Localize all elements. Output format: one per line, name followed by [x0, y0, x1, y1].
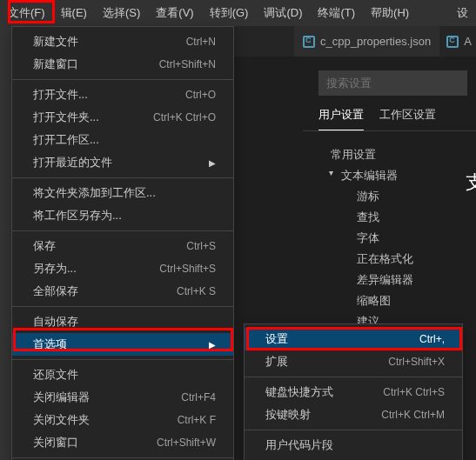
- menu-selection[interactable]: 选择(S): [95, 0, 148, 26]
- submenu-keyboard-shortcuts[interactable]: 键盘快捷方式Ctrl+K Ctrl+S: [245, 381, 462, 403]
- menu-file[interactable]: 文件(F): [0, 0, 53, 26]
- settings-tree: 常用设置 文本编辑器 游标 查找 字体 正在格式化 差异编辑器 缩略图 建议: [303, 132, 476, 332]
- menu-open-file[interactable]: 打开文件...Ctrl+O: [12, 83, 233, 106]
- menu-preferences[interactable]: 首选项▶: [12, 333, 233, 356]
- menu-go[interactable]: 转到(G): [202, 0, 257, 26]
- preferences-submenu: 设置Ctrl+, 扩展Ctrl+Shift+X 键盘快捷方式Ctrl+K Ctr…: [244, 323, 463, 460]
- menu-open-recent[interactable]: 打开最近的文件▶: [12, 151, 233, 174]
- chevron-right-icon: ▶: [209, 340, 216, 350]
- settings-tab-bar: 用户设置 工作区设置: [303, 100, 476, 131]
- menu-separator: [245, 377, 462, 377]
- tree-find[interactable]: 查找: [318, 207, 476, 228]
- menu-terminal[interactable]: 终端(T): [310, 0, 363, 26]
- tree-font[interactable]: 字体: [318, 228, 476, 249]
- menu-separator: [12, 359, 233, 360]
- menu-separator: [12, 306, 233, 307]
- editor-tab-other[interactable]: A: [439, 26, 476, 57]
- tree-minimap[interactable]: 缩略图: [318, 290, 476, 311]
- tree-formatting[interactable]: 正在格式化: [318, 249, 476, 270]
- tree-common[interactable]: 常用设置: [318, 144, 476, 165]
- menu-revert[interactable]: 还原文件: [12, 363, 233, 386]
- tree-diff[interactable]: 差异编辑器: [318, 270, 476, 290]
- tree-cursor[interactable]: 游标: [318, 186, 476, 207]
- editor-tab-label: c_cpp_properties.json: [320, 35, 431, 48]
- chevron-right-icon: ▶: [209, 158, 216, 168]
- settings-search: [303, 57, 476, 104]
- menu-settings-right[interactable]: 设: [449, 0, 476, 26]
- menu-view[interactable]: 查看(V): [148, 0, 201, 26]
- editor-tab-cppprops[interactable]: c_cpp_properties.json: [294, 26, 439, 57]
- c-file-icon: [303, 36, 315, 48]
- menu-add-folder[interactable]: 将文件夹添加到工作区...: [12, 182, 233, 204]
- submenu-snippets[interactable]: 用户代码片段: [245, 434, 462, 457]
- menu-debug[interactable]: 调试(D): [256, 0, 310, 26]
- menu-auto-save[interactable]: 自动保存: [12, 310, 233, 333]
- menu-edit[interactable]: 辑(E): [53, 0, 95, 26]
- submenu-extensions[interactable]: 扩展Ctrl+Shift+X: [245, 350, 462, 373]
- menu-bar: 文件(F) 辑(E) 选择(S) 查看(V) 转到(G) 调试(D) 终端(T)…: [0, 0, 476, 26]
- c-file-icon: [446, 36, 459, 48]
- menu-save-workspace-as[interactable]: 将工作区另存为...: [12, 204, 233, 227]
- menu-close-editor[interactable]: 关闭编辑器Ctrl+F4: [12, 386, 233, 409]
- menu-close-folder[interactable]: 关闭文件夹Ctrl+K F: [12, 409, 233, 431]
- tab-user-settings[interactable]: 用户设置: [318, 100, 364, 130]
- menu-help[interactable]: 帮助(H): [363, 0, 417, 26]
- submenu-keymaps[interactable]: 按键映射Ctrl+K Ctrl+M: [245, 403, 462, 426]
- menu-separator: [12, 457, 233, 458]
- menu-close-window[interactable]: 关闭窗口Ctrl+Shift+W: [12, 431, 233, 454]
- menu-separator: [12, 230, 233, 231]
- menu-separator: [245, 430, 462, 430]
- menu-save-as[interactable]: 另存为...Ctrl+Shift+S: [12, 257, 233, 280]
- settings-search-input[interactable]: [318, 70, 467, 96]
- menu-open-workspace[interactable]: 打开工作区...: [12, 129, 233, 151]
- submenu-settings[interactable]: 设置Ctrl+,: [245, 328, 462, 350]
- menu-new-window[interactable]: 新建窗口Ctrl+Shift+N: [12, 53, 233, 76]
- menu-save[interactable]: 保存Ctrl+S: [12, 235, 233, 257]
- menu-open-folder[interactable]: 打开文件夹...Ctrl+K Ctrl+O: [12, 106, 233, 129]
- menu-save-all[interactable]: 全部保存Ctrl+K S: [12, 280, 233, 303]
- editor-tab-label: A: [464, 35, 472, 48]
- menu-separator: [12, 177, 233, 178]
- settings-heading-clipped: 支: [466, 170, 476, 196]
- menu-new-file[interactable]: 新建文件Ctrl+N: [12, 30, 233, 53]
- menu-separator: [12, 79, 233, 80]
- tab-workspace-settings[interactable]: 工作区设置: [379, 100, 436, 130]
- tree-text-editor[interactable]: 文本编辑器: [318, 165, 476, 186]
- file-menu: 新建文件Ctrl+N 新建窗口Ctrl+Shift+N 打开文件...Ctrl+…: [11, 26, 234, 460]
